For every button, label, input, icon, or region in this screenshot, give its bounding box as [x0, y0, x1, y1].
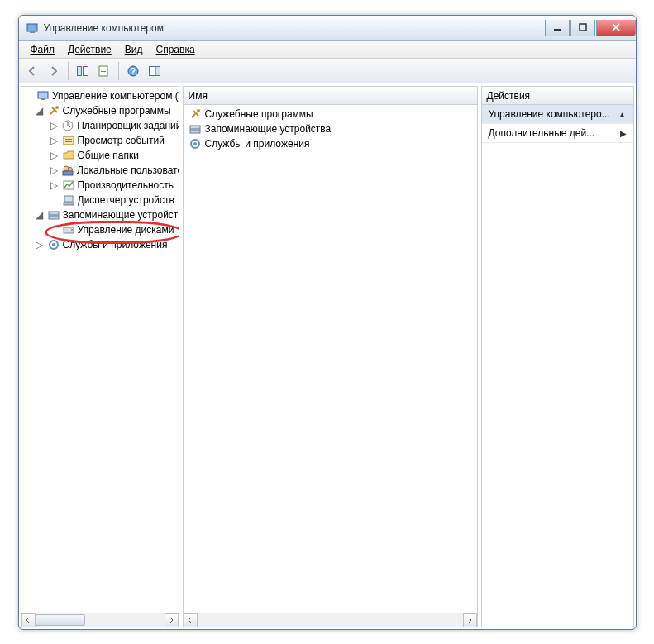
tree-event-viewer[interactable]: ▷ Просмотр событий	[21, 133, 179, 148]
folder-share-icon	[62, 149, 75, 162]
scroll-track[interactable]	[36, 613, 165, 627]
scroll-right-button[interactable]	[463, 613, 477, 627]
svg-rect-19	[65, 141, 72, 142]
tree-pane: Управление компьютером (л ◢ Служебные пр…	[21, 86, 179, 627]
tree-label: Общие папки	[78, 150, 139, 161]
storage-icon	[189, 122, 202, 136]
app-icon	[26, 21, 39, 35]
tree-storage[interactable]: ◢ Запоминающие устройст	[21, 208, 179, 222]
tree-performance[interactable]: ▷ Производительность	[21, 178, 179, 193]
clock-icon	[61, 119, 74, 132]
services-icon	[189, 137, 202, 150]
list-item-label: Служебные программы	[205, 108, 313, 120]
tree-scrollbar[interactable]	[21, 613, 179, 627]
action-label: Управление компьютеро...	[489, 108, 610, 120]
svg-point-20	[64, 166, 69, 171]
services-icon	[47, 238, 60, 251]
collapse-up-icon[interactable]: ▲	[618, 110, 627, 119]
expand-right-icon[interactable]: ▶	[620, 129, 627, 138]
list-item-storage[interactable]: Запоминающие устройства	[184, 122, 477, 136]
svg-rect-0	[27, 24, 37, 31]
properties-button[interactable]	[94, 61, 114, 81]
forward-button[interactable]	[44, 61, 64, 81]
svg-point-31	[52, 243, 55, 246]
toolbar-separator	[68, 62, 69, 80]
tree-device-manager[interactable]: Диспетчер устройств	[21, 193, 179, 208]
svg-rect-26	[49, 212, 59, 215]
expand-icon[interactable]: ▷	[50, 150, 60, 160]
disk-icon	[62, 223, 75, 236]
titlebar[interactable]: Управление компьютером	[19, 16, 636, 41]
expand-icon[interactable]: ▷	[50, 121, 60, 131]
tree-root[interactable]: Управление компьютером (л	[21, 88, 179, 103]
expand-icon[interactable]: ▷	[50, 180, 60, 190]
toolbar: ?	[19, 59, 636, 83]
scroll-left-button[interactable]	[21, 613, 36, 627]
tree-shared-folders[interactable]: ▷ Общие папки	[21, 148, 179, 163]
collapse-icon[interactable]: ◢	[35, 210, 45, 220]
column-header-name[interactable]: Имя	[184, 87, 477, 105]
scroll-track[interactable]	[198, 613, 463, 627]
svg-point-32	[197, 109, 200, 112]
expand-icon[interactable]: ▷	[50, 136, 60, 145]
maximize-button[interactable]	[570, 20, 595, 36]
tree[interactable]: Управление компьютером (л ◢ Служебные пр…	[21, 87, 179, 613]
close-button[interactable]	[596, 20, 636, 36]
menu-action[interactable]: Действие	[61, 42, 118, 57]
main-list[interactable]: Служебные программы Запоминающие устройс…	[184, 105, 477, 613]
svg-rect-27	[49, 216, 59, 219]
help-button[interactable]: ?	[123, 61, 143, 81]
minimize-button[interactable]	[545, 20, 570, 36]
svg-rect-5	[83, 66, 88, 75]
scroll-left-button[interactable]	[184, 613, 198, 627]
list-item-utilities[interactable]: Служебные программы	[184, 107, 477, 122]
actions-body: Управление компьютеро... ▲ Дополнительны…	[482, 105, 633, 627]
svg-rect-8	[101, 71, 106, 72]
action-more[interactable]: Дополнительные дей... ▶	[482, 124, 633, 143]
tree-label: Служебные программы	[63, 105, 171, 117]
computer-icon	[36, 89, 50, 103]
show-hide-tree-button[interactable]	[73, 61, 93, 81]
show-actions-button[interactable]	[145, 61, 165, 81]
tree-label: Службы и приложения	[63, 239, 168, 250]
toolbar-separator	[118, 62, 119, 80]
action-label: Дополнительные дей...	[489, 127, 595, 139]
tools-icon	[47, 104, 60, 117]
scroll-thumb[interactable]	[36, 614, 85, 626]
svg-point-15	[55, 106, 59, 109]
svg-rect-18	[65, 139, 72, 140]
main-scrollbar[interactable]	[184, 613, 477, 627]
svg-rect-22	[63, 171, 73, 175]
window-title: Управление компьютером	[44, 22, 164, 34]
list-item-services[interactable]: Службы и приложения	[184, 136, 477, 151]
scroll-right-button[interactable]	[165, 613, 179, 627]
event-icon	[62, 134, 75, 147]
svg-rect-1	[30, 31, 35, 33]
action-primary[interactable]: Управление компьютеро... ▲	[482, 105, 633, 124]
menu-file[interactable]: Файл	[24, 42, 62, 57]
storage-icon	[47, 208, 60, 222]
main-pane: Имя Служебные программы Запоминающие уст…	[183, 86, 478, 627]
expand-icon[interactable]: ▷	[50, 165, 59, 175]
tree-label: Планировщик заданий	[77, 120, 178, 131]
menu-view[interactable]: Вид	[118, 42, 150, 57]
collapse-icon[interactable]: ◢	[35, 106, 45, 116]
tree-local-users[interactable]: ▷ Локальные пользовате	[21, 163, 179, 178]
tree-services-apps[interactable]: ▷ Службы и приложения	[21, 237, 179, 252]
tree-disk-management[interactable]: Управление дисками	[21, 222, 179, 237]
svg-rect-3	[580, 24, 586, 31]
tree-label: Производительность	[78, 179, 174, 191]
body: Управление компьютером (л ◢ Служебные пр…	[19, 83, 636, 629]
tree-utilities[interactable]: ◢ Служебные программы	[21, 103, 179, 118]
back-button[interactable]	[22, 61, 42, 81]
svg-point-29	[71, 229, 73, 231]
tree-task-scheduler[interactable]: ▷ Планировщик заданий	[21, 118, 179, 133]
list-item-label: Службы и приложения	[205, 138, 310, 150]
expand-icon[interactable]: ▷	[35, 240, 45, 250]
svg-rect-34	[190, 130, 200, 133]
menu-help[interactable]: Справка	[150, 42, 202, 57]
svg-rect-25	[64, 203, 74, 205]
tools-icon	[189, 107, 202, 121]
svg-rect-13	[38, 92, 48, 98]
tree-label: Локальные пользовате	[77, 165, 179, 176]
